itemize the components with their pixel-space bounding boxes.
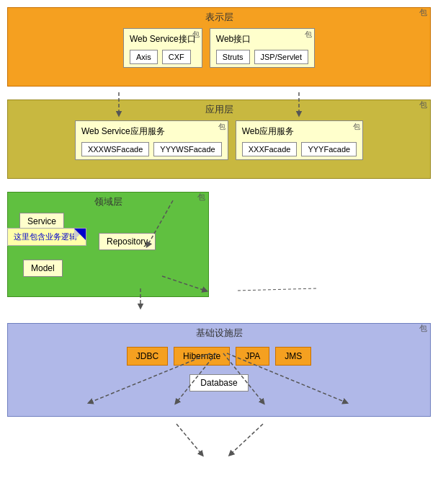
presentation-label: 表示层 [205,11,233,24]
web-app-label: Web应用服务 [242,124,357,138]
cxf-item: CXF [162,50,191,64]
presentation-layer: 表示层 包 包 Web Service接口 Axis CXF 包 Web接口 S… [7,7,431,87]
axis-item: Axis [130,50,158,64]
repository-box: Repository [99,233,156,250]
jdbc-item: JDBC [127,347,168,366]
jpa-item: JPA [236,347,269,366]
web-items: Struts JSP/Servlet [216,50,308,64]
domain-pkg-icon: 包 [197,192,205,203]
svg-line-10 [176,424,202,454]
webservice-app-label: Web Service应用服务 [81,124,222,138]
presentation-services-row: 包 Web Service接口 Axis CXF 包 Web接口 Struts … [12,28,426,68]
jms-item: JMS [275,347,311,366]
web-app-items: XXXFacade YYYFacade [242,142,357,156]
jsp-servlet-item: JSP/Servlet [254,50,308,64]
webservice-pkg-icon: 包 [192,30,200,40]
web-pkg-icon: 包 [305,30,312,40]
architecture-diagram: 表示层 包 包 Web Service接口 Axis CXF 包 Web接口 S… [7,7,431,417]
application-services-row: 包 Web Service应用服务 XXXWSFacade YYYWSFacad… [12,120,426,160]
infrastructure-label: 基础设施层 [196,327,243,340]
domain-row: 领域层 包 Service Repository Model 这里包含业务逻辑 [7,192,431,310]
webservice-app-box: 包 Web Service应用服务 XXXWSFacade YYYWSFacad… [75,120,228,160]
database-box: Database [189,374,248,392]
infra-content: JDBC Hibernate JPA JMS Database [12,344,426,392]
webservice-app-items: XXXWSFacade YYYWSFacade [81,142,222,156]
xxxwsfacade-item: XXXWSFacade [81,142,149,156]
web-app-box: 包 Web应用服务 XXXFacade YYYFacade [236,120,363,160]
database-label: Database [200,378,237,388]
infrastructure-layer: 基础设施层 包 JDBC Hibernate JPA JMS Database [7,323,431,417]
yyyfacade-item: YYYFacade [301,142,357,156]
application-layer: 应用层 包 包 Web Service应用服务 XXXWSFacade YYYW… [7,100,431,179]
web-app-pkg: 包 [353,122,360,132]
model-box: Model [23,260,63,277]
infrastructure-pkg-icon: 包 [419,323,427,334]
yyywsfacade-item: YYYWSFacade [153,142,221,156]
struts-item: Struts [216,50,250,64]
web-interface-label: Web接口 [216,32,308,45]
webservice-interface-label: Web Service接口 [130,32,196,45]
xxxfacade-item: XXXFacade [242,142,298,156]
webservice-items: Axis CXF [130,50,196,64]
application-pkg-icon: 包 [419,100,427,110]
presentation-pkg-icon: 包 [419,7,427,18]
svg-line-11 [231,424,263,454]
web-interface-box: 包 Web接口 Struts JSP/Servlet [210,28,315,68]
application-label: 应用层 [205,103,233,116]
note-text: 这里包含业务逻辑 [14,232,77,241]
note-box: 这里包含业务逻辑 [7,228,86,246]
webservice-app-pkg: 包 [218,122,225,132]
webservice-interface-box: 包 Web Service接口 Axis CXF [123,28,202,68]
domain-label: 领域层 [94,195,122,208]
hibernate-item: Hibernate [174,347,230,366]
domain-content: Service Repository Model [12,213,204,292]
infra-items-row: JDBC Hibernate JPA JMS [127,347,312,366]
